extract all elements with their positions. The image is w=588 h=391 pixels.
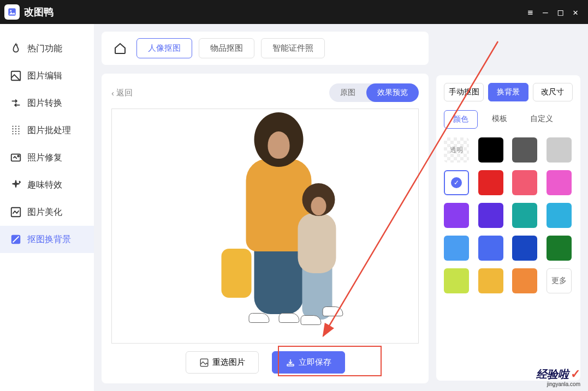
tab-idphoto[interactable]: 智能证件照 (261, 38, 325, 58)
svg-rect-8 (287, 364, 294, 366)
convert-icon (10, 97, 22, 109)
color-swatch[interactable] (512, 170, 537, 195)
title-bar: 改图鸭 ≡ — □ ✕ (0, 0, 588, 24)
color-swatch[interactable] (512, 236, 537, 261)
center-column: 人像抠图 物品抠图 智能证件照 ‹ 返回 原图 效果预览 (102, 32, 429, 383)
toggle-result[interactable]: 效果预览 (366, 83, 419, 102)
sidebar-item-label: 照片修复 (27, 152, 62, 164)
subtab-template[interactable]: 模板 (483, 110, 516, 129)
color-swatch[interactable] (547, 236, 572, 261)
color-swatch[interactable] (478, 268, 503, 293)
menu-icon[interactable]: ≡ (527, 7, 533, 17)
svg-point-4 (17, 155, 19, 157)
check-icon: ✓ (451, 177, 462, 188)
beautify-icon (10, 206, 22, 218)
color-swatch[interactable] (444, 236, 469, 261)
top-tabs: 人像抠图 物品抠图 智能证件照 (102, 32, 429, 65)
sidebar-item-cutout[interactable]: 抠图换背景 (0, 226, 94, 253)
main-area: 人像抠图 物品抠图 智能证件照 ‹ 返回 原图 效果预览 (94, 24, 588, 391)
color-swatch[interactable] (444, 268, 469, 293)
tab-portrait[interactable]: 人像抠图 (136, 38, 192, 58)
app-title: 改图鸭 (24, 5, 527, 19)
swatch-grid: 透明✓更多 (444, 137, 573, 293)
chevron-left-icon: ‹ (111, 88, 114, 98)
color-swatch[interactable] (547, 203, 572, 228)
subtab-color[interactable]: 颜色 (444, 110, 478, 129)
app-logo (4, 4, 20, 20)
mode-manual[interactable]: 手动抠图 (444, 83, 484, 101)
color-swatch[interactable] (478, 236, 503, 261)
home-icon (114, 42, 127, 55)
color-swatch[interactable]: 透明 (444, 137, 469, 163)
back-button[interactable]: ‹ 返回 (111, 88, 133, 98)
download-icon (286, 358, 295, 368)
svg-rect-0 (8, 8, 16, 16)
mode-resize[interactable]: 改尺寸 (533, 83, 573, 101)
sidebar-item-batch[interactable]: 图片批处理 (0, 117, 94, 144)
close-icon[interactable]: ✕ (573, 7, 578, 17)
repair-icon (10, 152, 22, 164)
minimize-icon[interactable]: — (543, 7, 548, 17)
reselect-label: 重选图片 (212, 357, 245, 368)
preview-toggle: 原图 效果预览 (329, 83, 419, 102)
back-label: 返回 (116, 88, 133, 98)
mode-background[interactable]: 换背景 (488, 83, 528, 101)
sidebar-item-label: 热门功能 (27, 43, 62, 55)
color-swatch[interactable] (444, 203, 469, 228)
watermark-brand: 经验啦 (536, 368, 569, 380)
maximize-icon[interactable]: □ (558, 7, 563, 17)
effects-icon (10, 179, 22, 191)
app-logo-icon (7, 7, 17, 17)
sidebar: 热门功能 图片编辑 图片转换 图片批处理 照片修复 趣味特效 图片美化 抠图换 (0, 24, 94, 391)
color-swatch[interactable] (547, 170, 572, 195)
watermark-site: jingyanla.com (547, 381, 580, 387)
svg-point-1 (10, 10, 11, 11)
sidebar-item-label: 图片美化 (27, 207, 62, 218)
color-swatch[interactable] (512, 137, 537, 163)
tab-object[interactable]: 物品抠图 (199, 38, 254, 58)
watermark: 经验啦 ✓ jingyanla.com (536, 368, 580, 388)
preview-header: ‹ 返回 原图 效果预览 (111, 83, 419, 102)
right-panel: 手动抠图 换背景 改尺寸 颜色 模板 自定义 透明✓更多 (436, 75, 580, 381)
sidebar-item-convert[interactable]: 图片转换 (0, 89, 94, 117)
subtab-custom[interactable]: 自定义 (521, 110, 562, 129)
toggle-original[interactable]: 原图 (329, 83, 366, 102)
color-swatch[interactable] (478, 203, 503, 228)
color-swatch[interactable] (547, 137, 572, 163)
home-button[interactable] (110, 39, 130, 58)
color-swatch[interactable] (478, 137, 503, 163)
sidebar-item-label: 趣味特效 (27, 179, 62, 191)
batch-icon (10, 124, 22, 136)
save-label: 立即保存 (299, 357, 331, 368)
sidebar-item-label: 图片编辑 (27, 70, 62, 82)
preview-panel: ‹ 返回 原图 效果预览 (102, 74, 429, 383)
image-edit-icon (10, 70, 22, 82)
sidebar-item-repair[interactable]: 照片修复 (0, 144, 94, 171)
color-swatch[interactable] (512, 268, 537, 293)
sidebar-item-edit[interactable]: 图片编辑 (0, 62, 94, 89)
sidebar-item-hot[interactable]: 热门功能 (0, 35, 94, 62)
flame-icon (10, 43, 22, 55)
cutout-image (221, 112, 347, 330)
mode-row: 手动抠图 换背景 改尺寸 (444, 83, 573, 101)
sidebar-item-label: 图片转换 (27, 98, 62, 109)
preview-canvas[interactable] (111, 109, 419, 344)
reselect-button[interactable]: 重选图片 (186, 351, 259, 374)
sidebar-item-label: 抠图换背景 (27, 234, 71, 245)
sidebar-item-label: 图片批处理 (27, 125, 71, 136)
color-swatch[interactable] (512, 203, 537, 228)
sub-tabs: 颜色 模板 自定义 (444, 110, 573, 129)
bottom-actions: 重选图片 立即保存 (111, 344, 419, 374)
more-swatch[interactable]: 更多 (547, 268, 572, 293)
window-controls: ≡ — □ ✕ (527, 7, 584, 17)
sidebar-item-effects[interactable]: 趣味特效 (0, 171, 94, 198)
sidebar-item-beautify[interactable]: 图片美化 (0, 198, 94, 226)
image-icon (199, 358, 209, 368)
save-button[interactable]: 立即保存 (272, 351, 345, 374)
check-mark-icon: ✓ (571, 367, 580, 381)
color-swatch[interactable] (478, 170, 503, 195)
color-swatch[interactable]: ✓ (444, 170, 469, 195)
cutout-icon (10, 233, 22, 245)
